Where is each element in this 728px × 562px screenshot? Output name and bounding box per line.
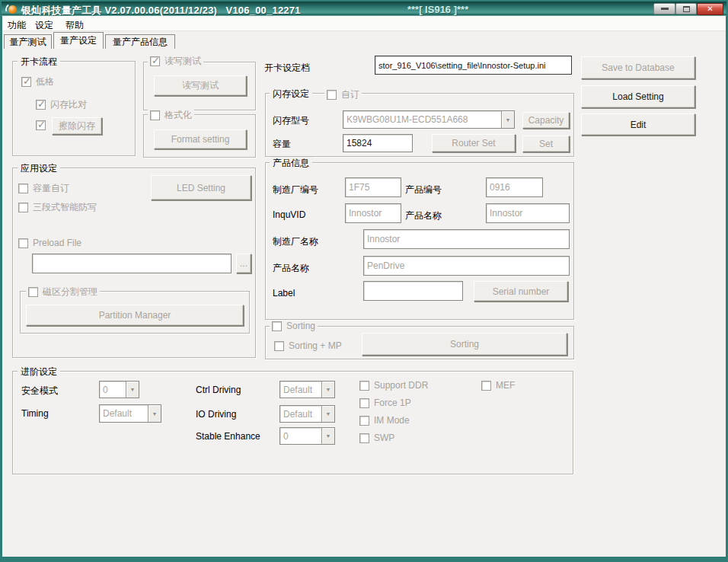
menu-settings[interactable]: 设定 — [35, 19, 53, 32]
load-setting-button[interactable]: Load Setting — [581, 85, 695, 108]
three-stage-checkbox[interactable]: 三段式智能防写 — [18, 201, 97, 214]
chevron-down-icon: ▼ — [501, 111, 514, 128]
sorting-checkbox[interactable]: Sorting — [270, 321, 318, 331]
timing-combo[interactable]: Default ▼ — [99, 404, 161, 423]
menu-function[interactable]: 功能 — [8, 19, 26, 32]
advanced-title: 进阶设定 — [18, 366, 60, 378]
preload-file-checkbox[interactable]: Preload File — [18, 238, 81, 248]
flash-compare-checkbox[interactable]: 闪存比对 — [36, 98, 87, 111]
sorting-mp-label: Sorting + MP — [289, 340, 342, 351]
checkbox-box — [272, 321, 282, 331]
erase-flash-button[interactable]: 擦除闪存 — [52, 117, 102, 135]
close-button[interactable]: ✕ — [697, 3, 723, 15]
io-driving-value: Default — [280, 406, 321, 422]
flash-custom-checkbox[interactable]: 自订 — [324, 88, 362, 101]
im-mode-label: IM Mode — [374, 415, 410, 426]
flash-model-value: K9WBG08U1M-ECD551A668 — [343, 111, 501, 128]
vid-input[interactable] — [345, 177, 401, 197]
checkbox-box — [481, 381, 491, 391]
secure-mode-value: 0 — [100, 382, 126, 398]
app-settings-title: 应用设定 — [18, 162, 60, 175]
swp-label: SWP — [374, 433, 394, 443]
pid-label: 产品编号 — [405, 184, 442, 196]
checkbox-box — [359, 433, 369, 443]
inqupid-input[interactable] — [486, 203, 570, 223]
flash-compare-label: 闪存比对 — [50, 98, 87, 111]
label-label: Label — [273, 288, 295, 299]
label-input[interactable] — [363, 281, 463, 301]
chevron-down-icon: ▼ — [321, 406, 334, 422]
im-mode-checkbox[interactable]: IM Mode — [359, 415, 410, 426]
checkbox-box — [274, 341, 284, 351]
router-set-button[interactable]: Router Set — [432, 134, 516, 152]
logo-ball — [8, 5, 17, 14]
sorting-mp-checkbox[interactable]: Sorting + MP — [274, 340, 342, 351]
preload-path-input[interactable] — [32, 254, 231, 273]
flash-settings-title: 闪存设定 — [270, 88, 312, 101]
mef-checkbox[interactable]: MEF — [481, 380, 515, 391]
product-name-input[interactable] — [363, 256, 570, 276]
force-1p-checkbox[interactable]: Force 1P — [359, 398, 411, 408]
sorting-button[interactable]: Sorting — [362, 333, 567, 356]
checkbox-box — [18, 203, 28, 212]
vendor-name-input[interactable] — [363, 229, 570, 249]
capacity-input[interactable] — [343, 134, 413, 152]
close-icon: ✕ — [707, 5, 713, 13]
support-ddr-checkbox[interactable]: Support DDR — [359, 380, 428, 391]
app-logo-icon — [6, 4, 18, 15]
browse-button[interactable]: ... — [236, 254, 251, 273]
tab-mp-test[interactable]: 量产测试 — [4, 34, 52, 49]
flash-model-combo[interactable]: K9WBG08U1M-ECD551A668 ▼ — [343, 110, 515, 129]
capacity-label: 容量 — [273, 138, 291, 151]
partition-label: 磁区分割管理 — [43, 286, 97, 299]
partition-checkbox[interactable]: 磁区分割管理 — [26, 286, 100, 299]
capacity-button[interactable]: Capacity — [522, 112, 570, 129]
minimize-button[interactable] — [653, 3, 675, 14]
checkbox-box — [359, 398, 369, 408]
pid-input[interactable] — [486, 177, 543, 197]
partition-manager-button[interactable]: Partition Manager — [26, 305, 244, 326]
ctrl-driving-value: Default — [280, 382, 321, 398]
low-format-checkbox[interactable]: 低格 — [21, 75, 54, 88]
flash-custom-label: 自订 — [341, 88, 359, 101]
flash-model-label: 闪存型号 — [273, 114, 309, 127]
format-label: 格式化 — [164, 109, 192, 122]
menu-help[interactable]: 帮助 — [65, 19, 84, 32]
swp-checkbox[interactable]: SWP — [359, 433, 394, 443]
vid-label: 制造厂编号 — [273, 184, 318, 196]
inquvid-input[interactable] — [345, 203, 401, 223]
sorting-label: Sorting — [286, 321, 315, 331]
preload-file-label: Preload File — [33, 238, 81, 248]
rw-test-button[interactable]: 读写测试 — [154, 75, 247, 96]
capacity-custom-checkbox[interactable]: 容量自订 — [18, 182, 69, 195]
erase-flash-checkbox[interactable] — [36, 120, 46, 130]
edit-button[interactable]: Edit — [581, 113, 695, 136]
app-window: { "colors": { "frame_teal": "#2e7d76", "… — [0, 0, 728, 562]
secure-mode-combo[interactable]: 0 ▼ — [99, 381, 139, 398]
support-ddr-label: Support DDR — [374, 380, 428, 391]
led-setting-button[interactable]: LED Setting — [151, 175, 251, 200]
stable-enhance-combo[interactable]: 0 ▼ — [279, 427, 335, 445]
rw-test-checkbox[interactable]: 读写测试 — [148, 55, 203, 68]
maximize-icon — [683, 6, 690, 12]
product-name-label: 产品名称 — [273, 262, 309, 275]
checkbox-box — [36, 120, 46, 130]
checkbox-box — [28, 287, 38, 297]
tab-mp-setting[interactable]: 量产设定 — [53, 32, 104, 49]
set-button[interactable]: Set — [522, 136, 570, 152]
setting-file-input[interactable] — [375, 56, 572, 75]
format-checkbox[interactable]: 格式化 — [148, 109, 194, 122]
chevron-down-icon: ▼ — [148, 405, 161, 422]
setting-file-label: 开卡设定档 — [264, 62, 310, 75]
save-to-database-button[interactable]: Save to Database — [581, 56, 695, 79]
maximize-button[interactable] — [675, 3, 697, 14]
ctrl-driving-combo[interactable]: Default ▼ — [279, 381, 335, 398]
checkbox-box — [150, 56, 160, 66]
titlebar: 银灿科技量产工具 V2.07.00.06(2011/12/23) V106_00… — [2, 2, 726, 16]
format-setting-button[interactable]: Format setting — [154, 129, 247, 149]
tab-mp-product-info[interactable]: 量产产品信息 — [105, 34, 175, 49]
io-driving-combo[interactable]: Default ▼ — [279, 405, 335, 423]
capacity-custom-label: 容量自订 — [33, 182, 69, 195]
serial-number-button[interactable]: Serial number — [474, 281, 568, 302]
inquvid-label: InquVID — [273, 209, 305, 220]
